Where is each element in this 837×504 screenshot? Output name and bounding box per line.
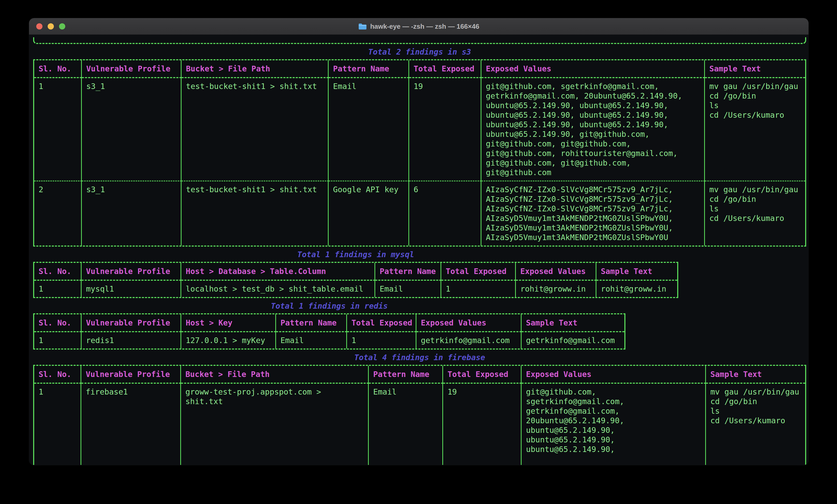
column-header-sample-text: Sample Text xyxy=(706,366,805,384)
cell-sample-text: getrkinfo@gmail.com xyxy=(521,332,624,349)
redis-header-row: Sl. No. Vulnerable Profile Host > Key Pa… xyxy=(34,314,624,332)
cell-sample-text: mv gau /usr/bin/gau cd /go/bin ls cd /Us… xyxy=(706,384,805,465)
table-row: 1 redis1 127.0.0.1 > myKey Email 1 getrk… xyxy=(34,332,624,349)
column-header-vulnerable-profile: Vulnerable Profile xyxy=(82,60,181,78)
cell-bucket-file-path: test-bucket-shit1 > shit.txt xyxy=(181,181,328,245)
column-header-total-exposed: Total Exposed xyxy=(441,263,516,281)
window-title-group: hawk-eye — -zsh — zsh — 166×46 xyxy=(358,18,479,35)
firebase-findings-table: Sl. No. Vulnerable Profile Bucket > File… xyxy=(33,365,806,465)
column-header-host-database-column: Host > Database > Table.Column xyxy=(181,263,375,281)
cell-sample-text: mv gau /usr/bin/gau cd /go/bin ls cd /Us… xyxy=(705,181,805,245)
column-header-exposed-values: Exposed Values xyxy=(481,60,705,78)
terminal-screen[interactable]: Total 2 findings in s3 Sl. No. Vulnerabl… xyxy=(29,35,808,465)
cell-bucket-file-path: test-bucket-shit1 > shit.txt xyxy=(181,78,328,181)
column-header-vulnerable-profile: Vulnerable Profile xyxy=(82,263,181,281)
previous-table-bottom-border xyxy=(33,37,806,44)
cell-pattern-name: Email xyxy=(276,332,347,349)
column-header-pattern-name: Pattern Name xyxy=(328,60,409,78)
column-header-sample-text: Sample Text xyxy=(521,314,624,332)
cell-pattern-name: Email xyxy=(328,78,409,181)
column-header-sample-text: Sample Text xyxy=(596,263,677,281)
column-header-pattern-name: Pattern Name xyxy=(375,263,441,281)
column-header-bucket-file-path: Bucket > File Path xyxy=(181,60,328,78)
column-header-total-exposed: Total Exposed xyxy=(409,60,481,78)
mysql-findings-table: Sl. No. Vulnerable Profile Host > Databa… xyxy=(33,262,678,298)
column-header-sample-text: Sample Text xyxy=(705,60,805,78)
cell-vulnerable-profile: redis1 xyxy=(82,332,181,349)
cell-host-key: 127.0.0.1 > myKey xyxy=(181,332,276,349)
column-header-vulnerable-profile: Vulnerable Profile xyxy=(82,314,181,332)
cell-total-exposed: 6 xyxy=(409,181,481,245)
zoom-button[interactable] xyxy=(59,23,65,30)
cell-sl-no: 1 xyxy=(34,384,81,465)
traffic-lights xyxy=(36,18,65,35)
window-title: hawk-eye — -zsh — zsh — 166×46 xyxy=(370,18,479,35)
s3-findings-title: Total 2 findings in s3 xyxy=(33,47,806,57)
titlebar[interactable]: hawk-eye — -zsh — zsh — 166×46 xyxy=(29,18,808,35)
column-header-exposed-values: Exposed Values xyxy=(521,366,706,384)
firebase-header-row: Sl. No. Vulnerable Profile Bucket > File… xyxy=(34,366,805,384)
cell-vulnerable-profile: firebase1 xyxy=(81,384,181,465)
s3-header-row: Sl. No. Vulnerable Profile Bucket > File… xyxy=(34,60,805,78)
table-row: 1 s3_1 test-bucket-shit1 > shit.txt Emai… xyxy=(34,78,805,181)
cell-exposed-values: git@github.com, sgetrkinfo@gmail.com, ge… xyxy=(521,384,706,465)
column-header-host-key: Host > Key xyxy=(181,314,276,332)
cell-vulnerable-profile: s3_1 xyxy=(82,78,181,181)
column-header-sl-no: Sl. No. xyxy=(34,314,82,332)
column-header-vulnerable-profile: Vulnerable Profile xyxy=(81,366,181,384)
mysql-findings-title: Total 1 findings in mysql xyxy=(33,250,678,259)
cell-total-exposed: 19 xyxy=(409,78,481,181)
column-header-exposed-values: Exposed Values xyxy=(416,314,521,332)
cell-sl-no: 1 xyxy=(34,78,82,181)
column-header-exposed-values: Exposed Values xyxy=(516,263,596,281)
table-row: 1 mysql1 localhost > test_db > shit_tabl… xyxy=(34,281,677,297)
desktop-background: hawk-eye — -zsh — zsh — 166×46 Total 2 f… xyxy=(0,0,837,504)
firebase-findings-title: Total 4 findings in firebase xyxy=(33,353,806,362)
redis-findings-table: Sl. No. Vulnerable Profile Host > Key Pa… xyxy=(33,313,625,350)
column-header-total-exposed: Total Exposed xyxy=(443,366,521,384)
column-header-sl-no: Sl. No. xyxy=(34,263,82,281)
cell-exposed-values: AIzaSyCfNZ-IZx0-SlVcVg8MCr575zv9_Ar7jLc,… xyxy=(481,181,705,245)
column-header-total-exposed: Total Exposed xyxy=(347,314,416,332)
cell-vulnerable-profile: mysql1 xyxy=(82,281,181,297)
cell-exposed-values: getrkinfo@gmail.com xyxy=(416,332,521,349)
cell-sample-text: mv gau /usr/bin/gau cd /go/bin ls cd /Us… xyxy=(705,78,805,181)
mysql-header-row: Sl. No. Vulnerable Profile Host > Databa… xyxy=(34,263,677,281)
cell-exposed-values: rohit@groww.in xyxy=(516,281,596,297)
close-button[interactable] xyxy=(36,23,42,30)
table-row: 1 firebase1 groww-test-proj.appspot.com … xyxy=(34,384,805,465)
redis-findings-title: Total 1 findings in redis xyxy=(33,301,625,311)
cell-host-database-column: localhost > test_db > shit_table.email xyxy=(181,281,375,297)
cell-sl-no: 2 xyxy=(34,181,82,245)
cell-vulnerable-profile: s3_1 xyxy=(82,181,181,245)
column-header-bucket-file-path: Bucket > File Path xyxy=(181,366,369,384)
cell-pattern-name: Google API key xyxy=(328,181,409,245)
cell-sl-no: 1 xyxy=(34,281,82,297)
cell-bucket-file-path: groww-test-proj.appspot.com > shit.txt xyxy=(181,384,369,465)
s3-findings-table: Sl. No. Vulnerable Profile Bucket > File… xyxy=(33,59,806,246)
column-header-pattern-name: Pattern Name xyxy=(276,314,347,332)
cell-pattern-name: Email xyxy=(375,281,441,297)
terminal-window: hawk-eye — -zsh — zsh — 166×46 Total 2 f… xyxy=(29,18,808,465)
cell-total-exposed: 1 xyxy=(441,281,516,297)
folder-icon xyxy=(358,23,367,30)
column-header-sl-no: Sl. No. xyxy=(34,60,82,78)
cell-pattern-name: Email xyxy=(369,384,443,465)
column-header-sl-no: Sl. No. xyxy=(34,366,81,384)
cell-sample-text: rohit@groww.in xyxy=(596,281,677,297)
cell-exposed-values: git@github.com, sgetrkinfo@gmail.com, ge… xyxy=(481,78,705,181)
cell-total-exposed: 1 xyxy=(347,332,416,349)
cell-total-exposed: 19 xyxy=(443,384,521,465)
column-header-pattern-name: Pattern Name xyxy=(369,366,443,384)
minimize-button[interactable] xyxy=(48,23,54,30)
table-row: 2 s3_1 test-bucket-shit1 > shit.txt Goog… xyxy=(34,181,805,245)
cell-sl-no: 1 xyxy=(34,332,82,349)
